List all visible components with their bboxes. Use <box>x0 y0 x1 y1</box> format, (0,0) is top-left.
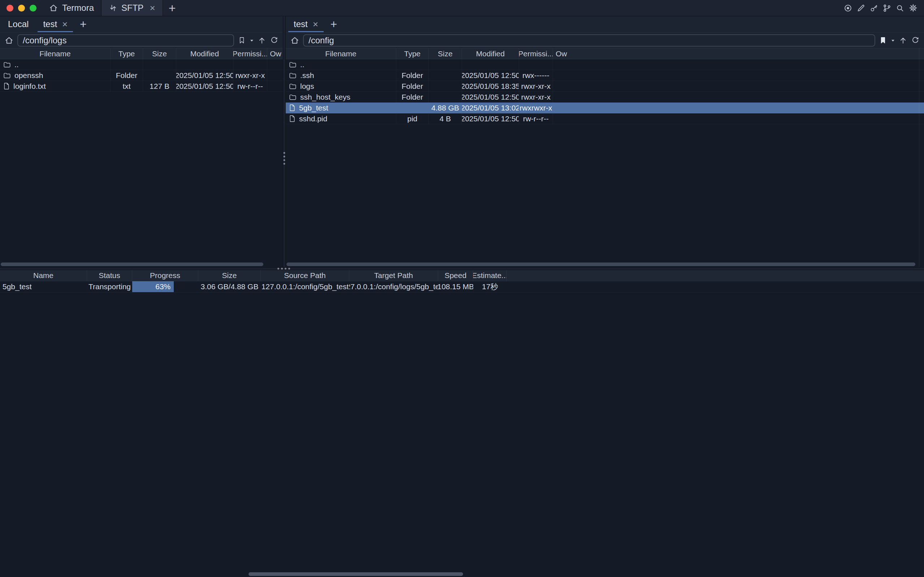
column-header-owner[interactable]: Ow <box>267 48 283 59</box>
folder-icon <box>289 72 297 79</box>
bottom-scrollbar-thumb[interactable] <box>248 572 463 576</box>
close-tab-icon[interactable]: × <box>313 19 318 29</box>
search-icon[interactable] <box>895 3 905 13</box>
column-header-size[interactable]: Size <box>429 48 462 59</box>
table-row[interactable]: ssh_host_keys Folder 2025/01/05 12:50 rw… <box>286 92 924 103</box>
column-header-size[interactable]: Size <box>143 48 176 59</box>
vertical-splitter[interactable] <box>283 16 286 267</box>
permissions-cell: rw-r--r-- <box>519 113 553 124</box>
file-icon <box>3 82 10 90</box>
key-icon[interactable] <box>869 3 879 13</box>
column-header-permissions[interactable]: Permissi... <box>519 48 553 59</box>
column-header-estimate[interactable]: Estimate... <box>473 270 507 281</box>
size-cell <box>429 92 462 102</box>
right-file-table: Filename Type Size Modified Permissi... … <box>286 48 924 267</box>
table-row[interactable]: sshd.pid pid 4 B 2025/01/05 12:50 rw-r--… <box>286 113 924 124</box>
git-branch-icon[interactable] <box>882 3 892 13</box>
traffic-lights <box>0 0 42 16</box>
refresh-icon[interactable] <box>911 36 920 45</box>
left-path-input[interactable] <box>17 34 234 47</box>
new-pane-tab-button[interactable]: + <box>326 16 342 32</box>
left-table-header: Filename Type Size Modified Permissi... … <box>0 48 283 59</box>
h-scrollbar-thumb[interactable] <box>287 263 915 266</box>
new-pane-tab-button[interactable]: + <box>75 16 91 32</box>
bookmark-dropdown-icon[interactable] <box>891 39 895 42</box>
refresh-icon[interactable] <box>270 36 279 45</box>
column-header-progress[interactable]: Progress <box>132 270 198 281</box>
right-pane-tabs: test × + <box>286 16 924 32</box>
tab-termora[interactable]: Termora <box>42 0 101 16</box>
filename-cell: loginfo.txt <box>13 82 46 90</box>
modified-cell: 2025/01/05 12:50 <box>176 70 233 81</box>
home-icon[interactable] <box>4 36 14 45</box>
owner-cell <box>267 70 283 81</box>
tab-sftp[interactable]: SFTP × <box>101 0 163 16</box>
permissions-cell <box>233 59 267 70</box>
close-tab-icon[interactable]: × <box>150 3 155 13</box>
column-header-name[interactable]: Name <box>0 270 87 281</box>
table-row-selected[interactable]: 5gb_test 4.88 GB 2025/01/05 13:02 rwxrwx… <box>286 103 924 113</box>
bookmark-filled-icon[interactable] <box>879 36 887 44</box>
filename-cell: logs <box>300 82 314 90</box>
bookmark-icon[interactable] <box>238 36 246 44</box>
column-header-filler <box>570 48 924 59</box>
table-row[interactable]: .. <box>0 59 283 70</box>
tab-sftp-label: SFTP <box>121 3 144 13</box>
edit-pencil-icon[interactable] <box>856 3 866 13</box>
transfer-arrows-icon <box>109 3 118 12</box>
zoom-window-button[interactable] <box>30 5 37 11</box>
column-header-target-path[interactable]: Target Path <box>349 270 438 281</box>
pane-tab-test[interactable]: test × <box>36 16 75 32</box>
column-header-modified[interactable]: Modified <box>176 48 233 59</box>
column-header-modified[interactable]: Modified <box>462 48 519 59</box>
bookmark-dropdown-icon[interactable] <box>250 39 254 42</box>
size-cell: 127 B <box>143 81 176 91</box>
column-header-status[interactable]: Status <box>87 270 132 281</box>
new-tab-button[interactable]: + <box>163 0 182 16</box>
table-row[interactable]: .. <box>286 59 924 70</box>
filename-cell: sshd.pid <box>299 114 327 123</box>
column-header-permissions[interactable]: Permissi... <box>233 48 267 59</box>
type-cell: Folder <box>396 81 429 91</box>
close-window-button[interactable] <box>6 5 13 11</box>
h-scrollbar-thumb[interactable] <box>1 263 263 266</box>
type-cell: Folder <box>396 70 429 81</box>
record-icon[interactable] <box>843 3 853 13</box>
column-header-type[interactable]: Type <box>111 48 143 59</box>
filename-cell: openssh <box>15 71 43 80</box>
transfer-table-header: Name Status Progress Size Source Path Ta… <box>0 270 924 281</box>
progress-label: 63% <box>155 282 171 291</box>
transfer-row[interactable]: 5gb_test Transporting 63% 3.06 GB/4.88 G… <box>0 281 924 292</box>
column-header-owner[interactable]: Ow <box>553 48 570 59</box>
file-icon <box>289 104 295 111</box>
close-tab-icon[interactable]: × <box>62 19 68 29</box>
horizontal-splitter[interactable] <box>0 267 924 270</box>
home-icon <box>49 3 58 13</box>
pane-tab-local[interactable]: Local <box>1 16 36 32</box>
column-header-source-path[interactable]: Source Path <box>261 270 349 281</box>
table-row[interactable]: loginfo.txt txt 127 B 2025/01/05 12:50 r… <box>0 81 283 92</box>
permissions-cell: rwxr-xr-x <box>519 81 553 91</box>
table-row[interactable]: logs Folder 2025/01/05 18:35 rwxr-xr-x <box>286 81 924 92</box>
home-icon[interactable] <box>290 36 300 45</box>
parent-directory-icon[interactable] <box>899 36 907 45</box>
right-path-input[interactable] <box>303 34 875 47</box>
settings-gear-icon[interactable] <box>908 3 918 13</box>
folder-icon <box>289 61 297 68</box>
column-header-filename[interactable]: Filename <box>0 48 111 59</box>
column-header-filename[interactable]: Filename <box>286 48 396 59</box>
owner-cell <box>553 70 570 81</box>
permissions-cell: rwx------ <box>519 70 553 81</box>
modified-cell: 2025/01/05 12:50 <box>176 81 233 91</box>
column-header-type[interactable]: Type <box>396 48 429 59</box>
minimize-window-button[interactable] <box>18 5 25 11</box>
table-row[interactable]: .ssh Folder 2025/01/05 12:50 rwx------ <box>286 70 924 81</box>
column-header-size[interactable]: Size <box>198 270 261 281</box>
transfer-target-path-cell: 127.0.0.1:/config/logs/5gb_test <box>349 281 438 292</box>
folder-icon <box>3 61 11 68</box>
pane-tab-test[interactable]: test × <box>287 16 326 32</box>
column-header-speed[interactable]: Speed <box>438 270 473 281</box>
table-row[interactable]: openssh Folder 2025/01/05 12:50 rwxr-xr-… <box>0 70 283 81</box>
sftp-split-view: Local test × + Filename Type <box>0 16 924 267</box>
parent-directory-icon[interactable] <box>258 36 266 45</box>
